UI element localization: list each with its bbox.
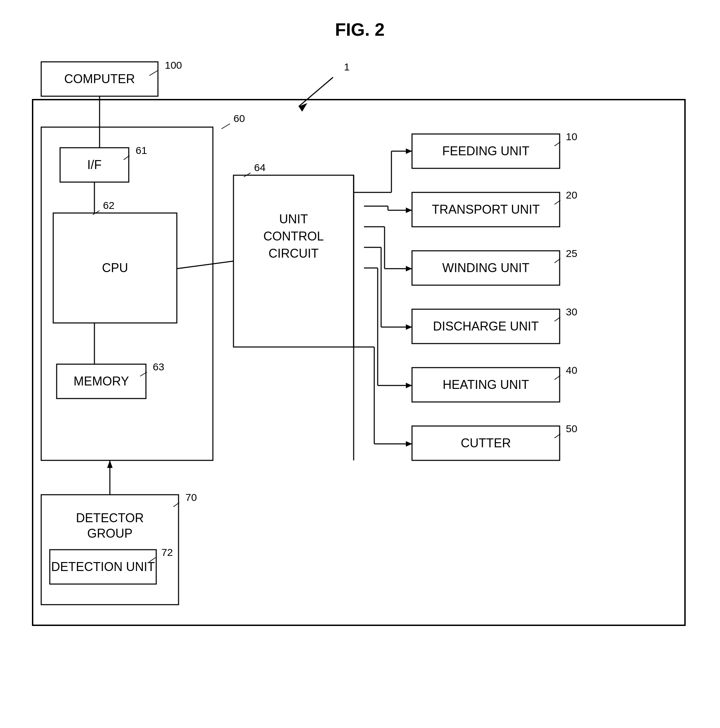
transport-unit-label: TRANSPORT UNIT bbox=[432, 202, 540, 216]
svg-rect-13 bbox=[233, 175, 354, 347]
svg-marker-62 bbox=[107, 460, 113, 468]
if-ref: 61 bbox=[136, 145, 147, 156]
svg-line-34 bbox=[177, 261, 233, 269]
svg-marker-40 bbox=[406, 148, 412, 154]
ucc-ref: 64 bbox=[254, 162, 265, 173]
ucc-label-line1: UNIT bbox=[279, 212, 308, 226]
cpu-ref: 62 bbox=[103, 200, 114, 211]
discharge-unit-label: DISCHARGE UNIT bbox=[433, 319, 539, 333]
svg-marker-1 bbox=[299, 103, 307, 112]
memory-ref: 63 bbox=[153, 361, 164, 372]
detector-group-ref: 70 bbox=[185, 492, 197, 503]
winding-unit-label: WINDING UNIT bbox=[442, 261, 529, 275]
figure-title: FIG. 2 bbox=[335, 20, 384, 40]
main-block-ref: 60 bbox=[233, 113, 245, 124]
detector-group-line2: GROUP bbox=[87, 526, 133, 540]
svg-marker-52 bbox=[406, 324, 412, 330]
detection-unit-label: DETECTION UNIT bbox=[51, 560, 155, 574]
cpu-label: CPU bbox=[102, 261, 128, 275]
svg-rect-2 bbox=[33, 99, 685, 625]
ucc-label-line3: CIRCUIT bbox=[268, 246, 319, 260]
ucc-label-line2: CONTROL bbox=[263, 229, 324, 243]
cutter-ref: 50 bbox=[566, 423, 577, 434]
if-label: I/F bbox=[87, 158, 102, 172]
feeding-unit-label: FEEDING UNIT bbox=[442, 144, 529, 158]
memory-label: MEMORY bbox=[73, 374, 129, 388]
transport-unit-ref: 20 bbox=[566, 189, 577, 200]
winding-unit-ref: 25 bbox=[566, 248, 577, 259]
computer-ref: 100 bbox=[165, 60, 182, 71]
discharge-unit-ref: 30 bbox=[566, 306, 577, 317]
svg-marker-56 bbox=[406, 383, 412, 388]
detector-group-line1: DETECTOR bbox=[76, 511, 143, 525]
svg-rect-5 bbox=[41, 127, 213, 460]
svg-line-0 bbox=[299, 77, 333, 107]
detection-unit-ref: 72 bbox=[162, 547, 173, 558]
svg-marker-44 bbox=[406, 208, 412, 213]
cutter-label: CUTTER bbox=[461, 436, 511, 450]
heating-unit-ref: 40 bbox=[566, 364, 577, 376]
svg-line-4 bbox=[149, 70, 158, 76]
heating-unit-label: HEATING UNIT bbox=[442, 378, 529, 392]
svg-marker-48 bbox=[406, 266, 412, 271]
feeding-unit-ref: 10 bbox=[566, 131, 577, 142]
diagram-container: FIG. 2 1 COMPUTER 100 60 I/F 61 CPU 62 bbox=[0, 0, 720, 728]
svg-marker-60 bbox=[406, 441, 412, 447]
computer-label: COMPUTER bbox=[64, 72, 135, 86]
svg-line-6 bbox=[221, 124, 230, 129]
system-ref: 1 bbox=[344, 61, 350, 72]
